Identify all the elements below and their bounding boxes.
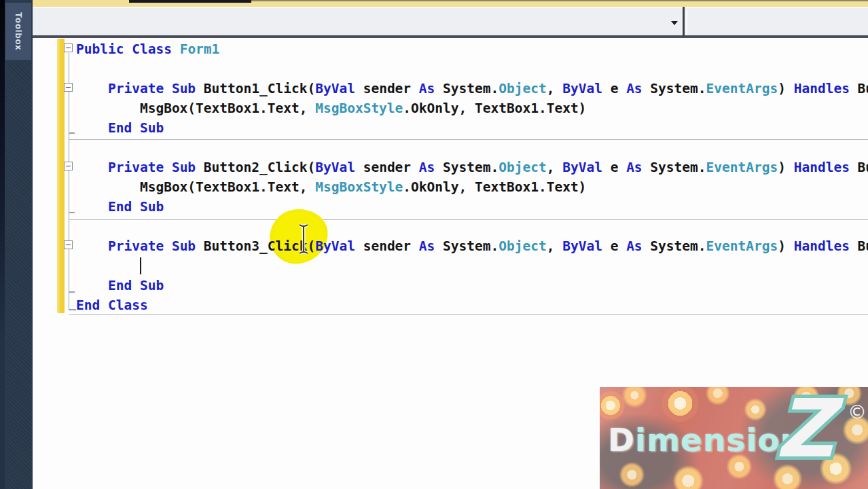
code-line: MsgBox(TextBox1.Text, MsgBoxStyle.OkOnly… [76,177,868,197]
watermark-brand-first-letter: D [608,421,635,458]
watermark-z-letter: Z Z [776,387,850,479]
navigation-bar [33,7,868,38]
top-dark-segment [129,0,251,3]
code-text-area[interactable]: Public Class Form1 Private Sub Button1_C… [76,39,868,315]
fold-collapse-button[interactable] [64,43,73,52]
code-line: End Sub [76,276,868,295]
top-hairline [251,0,868,1]
outline-foot [69,212,75,213]
toolbox-sidebar: Toolbox [0,0,33,489]
copyright-icon: © [848,401,867,423]
navbar-divider [683,7,685,37]
code-line: MsgBox(TextBox1.Text, MsgBoxStyle.OkOnly… [76,98,868,118]
code-line: Private Sub Button2_Click(ByVal sender A… [76,158,868,177]
code-line: End Class [76,295,868,315]
code-line: Private Sub Button3_Click(ByVal sender A… [76,236,868,256]
watermark-brand-text: Dimension [608,421,803,458]
watermark-z-fill: Z [776,387,834,479]
dimensionz-watermark: Dimension Z Z © [600,387,868,489]
code-line [76,59,868,79]
code-line [76,217,868,236]
app-window: Toolbox Public Class Form1 Private Sub B… [0,0,868,489]
window-left-edge [0,0,5,489]
code-line: Private Sub Button1_Click(ByVal sender A… [76,79,868,98]
toolbox-tab-label: Toolbox [14,12,24,51]
code-line: End Sub [76,197,868,217]
method-dropdown[interactable] [686,10,868,35]
code-line [76,138,868,158]
fold-collapse-button[interactable] [64,162,73,170]
ibeam-cursor-icon [297,223,310,255]
outline-foot [69,309,76,310]
class-dropdown[interactable] [33,10,681,35]
code-line: Public Class Form1 [76,39,868,59]
code-line [76,256,868,276]
outline-foot [69,291,75,293]
code-line: End Sub [76,118,868,138]
changed-lines-bar [57,39,65,313]
chevron-down-icon[interactable] [671,21,678,25]
fold-collapse-button[interactable] [64,83,73,92]
text-caret [140,257,141,274]
toolbox-tab[interactable]: Toolbox [5,3,31,61]
fold-collapse-button[interactable] [64,240,73,249]
outline-foot [69,132,75,134]
